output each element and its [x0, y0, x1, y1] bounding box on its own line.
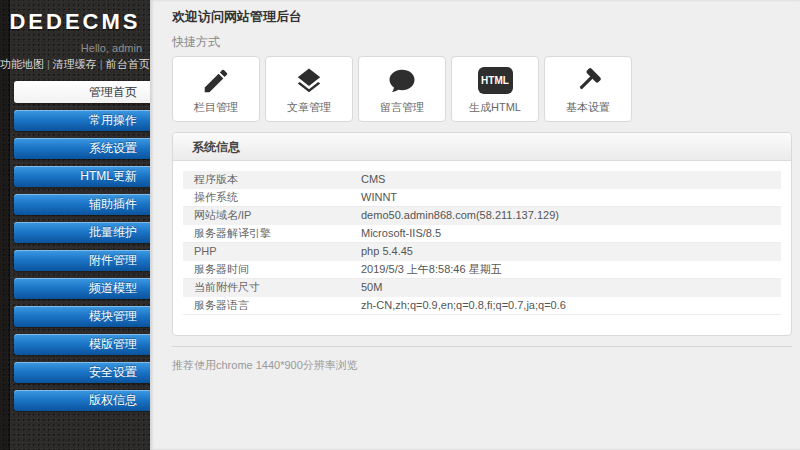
sidebar-item-plugins[interactable]: 辅助插件: [14, 194, 150, 215]
sidebar-menu: 管理首页 常用操作 系统设置 HTML更新 辅助插件 批量维护 附件管理 频道模…: [0, 81, 150, 411]
card-label: 生成HTML: [469, 100, 521, 115]
shortcut-cards: 栏目管理 文章管理 留言管理 HTML 生成HTML 基本设置: [172, 56, 792, 122]
row-value: Microsoft-IIS/8.5: [361, 225, 781, 242]
row-label: 网站域名/IP: [183, 207, 361, 224]
documents-stack-icon: [294, 64, 324, 98]
system-info-title: 系统信息: [173, 133, 791, 161]
link-frontend-home[interactable]: 前台首页: [97, 58, 150, 70]
link-clear-cache[interactable]: 清理缓存: [44, 58, 97, 70]
table-row: PHP php 5.4.45: [183, 243, 781, 261]
row-value: demo50.admin868.com(58.211.137.129): [361, 207, 781, 224]
table-row: 程序版本 CMS: [183, 171, 781, 189]
user-greeting: Hello, admin: [0, 35, 150, 54]
card-basic-settings[interactable]: 基本设置: [544, 56, 632, 122]
row-label: 服务器解译引擎: [183, 225, 361, 242]
html-badge-text: HTML: [478, 67, 513, 94]
row-value: WINNT: [361, 189, 781, 206]
card-column-management[interactable]: 栏目管理: [172, 56, 260, 122]
card-label: 基本设置: [566, 100, 610, 115]
sidebar-item-channel-models[interactable]: 频道模型: [14, 278, 150, 299]
row-value: zh-CN,zh;q=0.9,en;q=0.8,fi;q=0.7,ja;q=0.…: [361, 297, 781, 314]
table-row: 网站域名/IP demo50.admin868.com(58.211.137.1…: [183, 207, 781, 225]
sidebar-top-links: 功能地图清理缓存前台首页退出: [0, 54, 150, 72]
card-label: 文章管理: [287, 100, 331, 115]
sidebar-item-modules[interactable]: 模块管理: [14, 306, 150, 327]
shortcuts-label: 快捷方式: [172, 34, 792, 51]
sidebar-item-batch-maintenance[interactable]: 批量维护: [14, 222, 150, 243]
card-message-management[interactable]: 留言管理: [358, 56, 446, 122]
link-sitemap[interactable]: 功能地图: [0, 58, 44, 70]
sidebar-item-admin-home[interactable]: 管理首页: [14, 81, 150, 103]
table-row: 当前附件尺寸 50M: [183, 279, 781, 297]
table-row: 服务器解译引擎 Microsoft-IIS/8.5: [183, 225, 781, 243]
sidebar-item-system-settings[interactable]: 系统设置: [14, 138, 150, 159]
speech-bubble-icon: [387, 64, 417, 98]
row-label: 服务器时间: [183, 261, 361, 278]
app-logo: DEDECMS: [0, 0, 150, 35]
sidebar-item-copyright[interactable]: 版权信息: [14, 390, 150, 411]
table-row: 服务器时间 2019/5/3 上午8:58:46 星期五: [183, 261, 781, 279]
browser-recommendation: 推荐使用chrome 1440*900分辨率浏览: [172, 358, 792, 373]
row-value: CMS: [361, 171, 781, 188]
card-label: 栏目管理: [194, 100, 238, 115]
row-value: 50M: [361, 279, 781, 296]
card-generate-html[interactable]: HTML 生成HTML: [451, 56, 539, 122]
table-row: 服务器语言 zh-CN,zh;q=0.9,en;q=0.8,fi;q=0.7,j…: [183, 297, 781, 315]
hammer-icon: [573, 64, 603, 98]
row-label: 当前附件尺寸: [183, 279, 361, 296]
card-article-management[interactable]: 文章管理: [265, 56, 353, 122]
html-badge-icon: HTML: [478, 64, 513, 98]
page-title: 欢迎访问网站管理后台: [172, 0, 792, 26]
sidebar-item-common-operations[interactable]: 常用操作: [14, 110, 150, 131]
sidebar-item-attachments[interactable]: 附件管理: [14, 250, 150, 271]
row-label: 程序版本: [183, 171, 361, 188]
content-divider: [172, 346, 792, 347]
sidebar-item-templates[interactable]: 模版管理: [14, 334, 150, 355]
row-label: 服务器语言: [183, 297, 361, 314]
sidebar-item-security[interactable]: 安全设置: [14, 362, 150, 383]
row-label: PHP: [183, 243, 361, 260]
system-info-panel: 系统信息 程序版本 CMS 操作系统 WINNT 网站域名/IP demo50.…: [172, 132, 792, 336]
row-label: 操作系统: [183, 189, 361, 206]
table-row: 操作系统 WINNT: [183, 189, 781, 207]
row-value: 2019/5/3 上午8:58:46 星期五: [361, 261, 781, 278]
card-label: 留言管理: [380, 100, 424, 115]
pencil-icon: [201, 64, 231, 98]
sidebar: DEDECMS Hello, admin 功能地图清理缓存前台首页退出 管理首页…: [0, 0, 150, 450]
sidebar-item-html-update[interactable]: HTML更新: [14, 166, 150, 187]
row-value: php 5.4.45: [361, 243, 781, 260]
system-info-table: 程序版本 CMS 操作系统 WINNT 网站域名/IP demo50.admin…: [173, 161, 791, 335]
main-content: 欢迎访问网站管理后台 快捷方式 栏目管理 文章管理 留言管理 HTML 生成HT…: [150, 0, 800, 450]
